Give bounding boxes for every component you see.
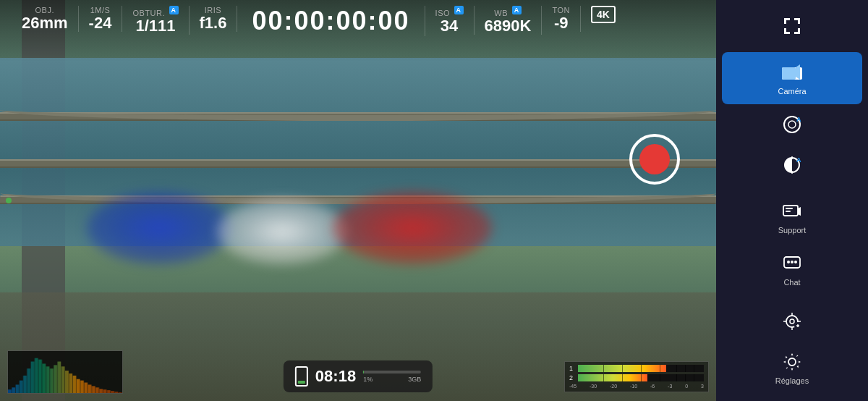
svg-point-36 [788,358,796,366]
bridge-arch-1 [0,99,716,121]
green-indicator [6,198,12,203]
svg-point-25 [791,261,793,263]
smoke-blue [87,192,231,264]
svg-text:A: A [796,156,801,164]
storage-time: 08:18 [315,367,356,386]
histogram-panel [7,350,123,394]
svg-rect-1 [784,18,786,24]
hud-obtur: OBTUR. A 1/111 [122,6,189,35]
svg-point-28 [790,319,794,324]
chat-label: Chat [783,278,800,287]
obtur-badge: A [169,6,179,14]
svg-point-12 [788,121,796,128]
ton-value: -9 [554,14,569,32]
histogram-canvas [8,351,122,393]
storage-capacity: 3GB [408,376,421,383]
svg-rect-10 [782,67,796,80]
storage-labels: 1% 3GB [363,376,421,383]
exposure-icon: A [780,153,804,177]
wb-value: 6890K [485,17,532,35]
settings-icon [780,350,804,373]
wb-badge: A [512,6,522,14]
iso-badge: A [454,6,464,14]
film-button[interactable] [716,394,868,401]
photo-icon: A [780,113,804,136]
svg-marker-19 [798,207,801,216]
storage-bar-fill [363,371,364,373]
hud-quality: 4K [581,6,626,23]
meter-row-2: 2 [569,374,704,381]
svg-rect-18 [783,206,798,216]
hud-obj: OBJ. 26mm [12,6,79,32]
hud-speed: 1M/S -24 [79,6,123,32]
support-icon [780,200,804,223]
meter-bar-ch1 [578,365,704,372]
svg-rect-7 [798,28,800,34]
ch2-label: 2 [569,374,575,381]
svg-rect-21 [786,208,793,209]
storage-panel: 08:18 1% 3GB [284,360,433,392]
fullscreen-icon [780,14,804,38]
meter-bar-ch2 [578,374,704,381]
storage-bar-container: 1% 3GB [363,371,421,383]
audio-meter: 1 2 -45 -30 -20 -10 -6 -3 0 3 [564,361,709,392]
fullscreen-button[interactable] [716,6,868,46]
obtur-label: OBTUR. A [132,6,178,17]
hud-iso: ISO A 34 [425,6,475,35]
focus-button[interactable] [716,301,868,342]
obtur-value: 1/111 [135,17,175,35]
phone-icon [295,366,308,387]
svg-text:A: A [796,116,801,123]
hud-top-bar: OBJ. 26mm 1M/S -24 OBTUR. A 1/111 IRIS f… [0,0,716,62]
svg-rect-5 [784,28,786,34]
focus-icon [780,310,804,333]
bridge-1 [0,112,716,121]
storage-percent: 1% [363,376,373,383]
record-inner-circle [639,144,670,174]
chat-icon [780,252,804,275]
ch1-label: 1 [569,365,575,372]
settings-button[interactable]: Réglages [716,342,868,394]
smoke-red [333,192,492,264]
iris-value: f1.6 [200,14,227,32]
support-button[interactable]: Support [716,191,868,243]
camera-label: Caméra [778,87,806,96]
iso-value: 34 [441,17,458,35]
smoke-white [217,199,347,264]
meter-scale: -45 -30 -20 -10 -6 -3 0 3 [569,384,704,389]
bridge-2 [0,159,716,168]
speed-value: -24 [89,14,112,32]
chat-button[interactable]: Chat [716,243,868,295]
timecode-display: 00:00:00:00 [237,6,425,36]
svg-rect-22 [786,211,791,212]
iso-label: ISO A [435,6,464,17]
meter-row-1: 1 [569,365,704,372]
phone-icon-bar [298,381,305,384]
wb-label: WB A [494,6,521,17]
hud-wb: WB A 6890K [475,6,542,35]
hud-ton: TON -9 [542,6,581,32]
svg-rect-3 [798,18,800,24]
quality-badge: 4K [591,6,616,23]
svg-point-26 [794,261,797,263]
record-button[interactable] [629,134,680,185]
photo-button[interactable]: A [716,104,868,145]
sidebar: Caméra A A [716,0,868,401]
exposure-button[interactable]: A [716,145,868,185]
support-label: Support [778,226,807,235]
camera-button[interactable]: Caméra [722,52,862,104]
obj-value: 26mm [22,14,68,32]
svg-point-24 [787,261,790,263]
settings-label: Réglages [775,376,809,385]
video-area: OBJ. 26mm 1M/S -24 OBTUR. A 1/111 IRIS f… [0,0,716,401]
storage-bar [363,371,421,373]
camera-icon [780,61,804,84]
hud-iris: IRIS f1.6 [190,6,238,32]
